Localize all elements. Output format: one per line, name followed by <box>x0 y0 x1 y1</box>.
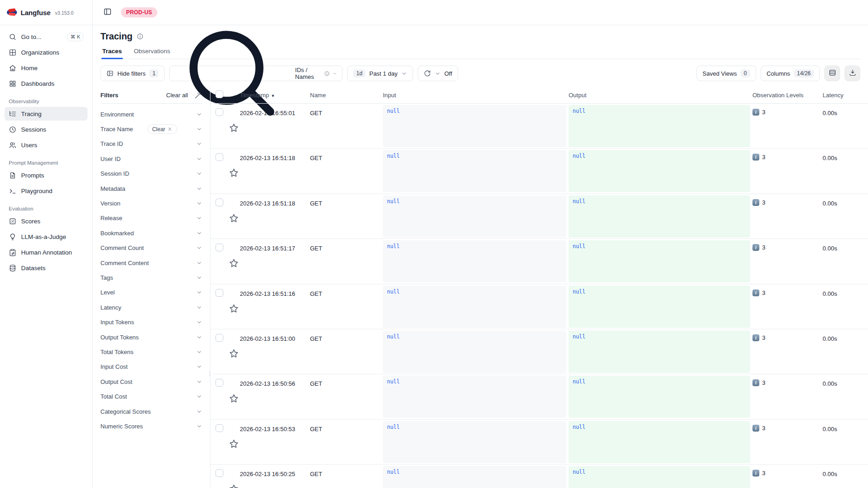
table-row[interactable]: 2026-02-13 16:50:56 GET null null i 3 0.… <box>210 374 868 419</box>
columns-button[interactable]: Columns 14/26 <box>761 66 820 81</box>
saved-views-button[interactable]: Saved Views 0 <box>697 66 756 81</box>
row-checkbox[interactable] <box>216 153 223 161</box>
cell-output[interactable]: null <box>569 195 750 238</box>
cell-observation-levels: i 3 <box>752 374 823 419</box>
wand-icon[interactable] <box>194 91 202 99</box>
filter-item[interactable]: Total Tokens <box>100 344 202 359</box>
chevron-down-icon <box>196 156 202 162</box>
filter-item[interactable]: Output Tokens <box>100 330 202 344</box>
table-row[interactable]: 2026-02-13 16:51:18 GET null null i 3 0.… <box>210 149 868 194</box>
search-mode-selector[interactable]: IDs / Names <box>295 67 337 80</box>
table-row[interactable]: 2026-02-13 16:55:01 GET null null i 3 0.… <box>210 104 868 149</box>
export-button[interactable] <box>845 66 860 81</box>
row-checkbox[interactable] <box>216 244 223 251</box>
cell-output[interactable]: null <box>569 240 750 283</box>
cell-output[interactable]: null <box>569 421 750 463</box>
filter-item[interactable]: Bookmarked <box>100 226 202 240</box>
goto-search[interactable]: Go to... ⌘ K <box>5 30 88 44</box>
sidebar-item-organizations[interactable]: Organizations <box>5 45 88 59</box>
filter-item[interactable]: Trace Name Clear <box>100 122 202 136</box>
cell-input[interactable]: null <box>383 421 566 463</box>
filter-item[interactable]: Version <box>100 196 202 211</box>
filter-item[interactable]: Numeric Scores <box>100 419 202 433</box>
filter-item[interactable]: Input Cost <box>100 360 202 374</box>
hide-filters-button[interactable]: Hide filters 1 <box>100 66 165 81</box>
info-icon[interactable] <box>137 33 144 40</box>
sidebar-toggle-button[interactable] <box>100 6 114 19</box>
filter-item[interactable]: Metadata <box>100 181 202 196</box>
sidebar-item-playground[interactable]: Playground <box>5 184 88 198</box>
table-row[interactable]: 2026-02-13 16:50:53 GET null null i 3 0.… <box>210 420 868 465</box>
panel-resize-handle[interactable]: ⋮ <box>207 371 212 377</box>
filter-item[interactable]: Session ID <box>100 166 202 181</box>
row-checkbox[interactable] <box>216 334 223 342</box>
column-header-input[interactable]: Input <box>383 92 569 99</box>
cell-output[interactable]: null <box>569 466 750 488</box>
cell-input[interactable]: null <box>383 376 566 418</box>
sidebar-item-home[interactable]: Home <box>5 61 88 75</box>
table-row[interactable]: 2026-02-13 16:51:16 GET null null i 3 0.… <box>210 284 868 329</box>
table-row[interactable]: 2026-02-13 16:50:25 GET null null i 3 0.… <box>210 465 868 488</box>
filter-item[interactable]: Comment Content <box>100 255 202 270</box>
row-checkbox[interactable] <box>216 424 223 432</box>
column-header-output[interactable]: Output <box>569 92 752 99</box>
cell-input[interactable]: null <box>383 105 566 147</box>
sidebar-item-tracing[interactable]: Tracing <box>5 107 88 121</box>
sidebar-item-llm-as-a-judge[interactable]: LLM-as-a-Judge <box>5 230 88 244</box>
filter-item[interactable]: Latency <box>100 300 202 315</box>
sidebar-item-prompts[interactable]: Prompts <box>5 168 88 182</box>
tab-observations[interactable]: Observations <box>133 48 171 59</box>
filter-item[interactable]: Output Cost <box>100 374 202 389</box>
filter-item[interactable]: Total Cost <box>100 389 202 404</box>
select-all-checkbox[interactable] <box>216 90 223 98</box>
column-header-timestamp[interactable]: Timestamp▼ <box>240 92 310 99</box>
environment-badge[interactable]: PROD-US <box>121 7 157 17</box>
cell-input[interactable]: null <box>383 466 566 488</box>
sidebar-item-dashboards[interactable]: Dashboards <box>5 77 88 90</box>
sidebar-item-sessions[interactable]: Sessions <box>5 122 88 136</box>
time-range-button[interactable]: 1d Past 1 day <box>347 66 413 81</box>
sidebar-item-scores[interactable]: Scores <box>5 214 88 228</box>
column-header-observation-levels[interactable]: Observation Levels <box>752 92 823 99</box>
filter-item[interactable]: Tags <box>100 270 202 285</box>
filter-item[interactable]: Trace ID <box>100 137 202 151</box>
filter-clear-chip[interactable]: Clear <box>148 124 177 134</box>
refresh-button[interactable]: Off <box>418 66 458 81</box>
column-header-latency[interactable]: Latency <box>823 92 868 99</box>
sidebar-item-human-annotation[interactable]: Human Annotation <box>5 245 88 259</box>
row-checkbox[interactable] <box>216 199 223 206</box>
tab-traces[interactable]: Traces <box>101 48 123 59</box>
cell-output[interactable]: null <box>569 105 750 147</box>
column-header-name[interactable]: Name <box>310 92 383 99</box>
filter-item[interactable]: Environment <box>100 107 202 122</box>
clear-all-filters-button[interactable]: Clear all <box>166 92 188 99</box>
cell-input[interactable]: null <box>383 286 566 328</box>
row-checkbox[interactable] <box>216 379 223 387</box>
row-checkbox[interactable] <box>216 108 223 116</box>
sidebar-item-datasets[interactable]: Datasets <box>5 261 88 275</box>
cell-output[interactable]: null <box>569 150 750 192</box>
table-row[interactable]: 2026-02-13 16:51:18 GET null null i 3 0.… <box>210 194 868 239</box>
sidebar-item-label: Playground <box>21 188 52 194</box>
row-checkbox[interactable] <box>216 289 223 297</box>
table-row[interactable]: 2026-02-13 16:51:17 GET null null i 3 0.… <box>210 239 868 284</box>
cell-name: GET <box>310 149 383 193</box>
sidebar-item-users[interactable]: Users <box>5 138 88 152</box>
table-row[interactable]: 2026-02-13 16:51:00 GET null null i 3 0.… <box>210 329 868 374</box>
cell-output[interactable]: null <box>569 376 750 418</box>
filter-item[interactable]: Level <box>100 285 202 300</box>
filter-item[interactable]: User ID <box>100 151 202 166</box>
toolbar: Hide filters 1 IDs / Names 1d Past 1 day <box>93 59 868 87</box>
cell-output[interactable]: null <box>569 331 750 373</box>
cell-input[interactable]: null <box>383 195 566 238</box>
cell-input[interactable]: null <box>383 150 566 192</box>
filter-item[interactable]: Input Tokens <box>100 315 202 329</box>
filter-item[interactable]: Categorical Scores <box>100 404 202 419</box>
filter-item[interactable]: Comment Count <box>100 241 202 255</box>
cell-input[interactable]: null <box>383 240 566 283</box>
row-height-button[interactable] <box>824 66 840 81</box>
filter-item[interactable]: Release <box>100 211 202 226</box>
row-checkbox[interactable] <box>216 469 223 477</box>
cell-output[interactable]: null <box>569 286 750 328</box>
cell-input[interactable]: null <box>383 331 566 373</box>
